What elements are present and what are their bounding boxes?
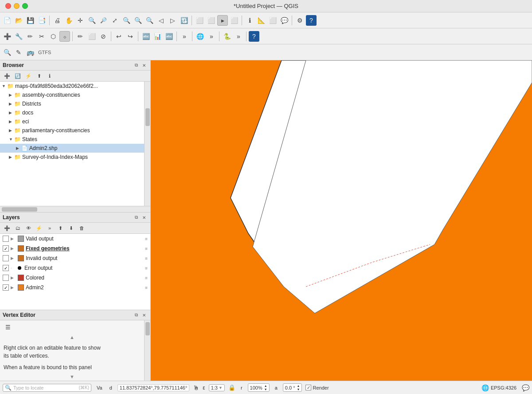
- close-button[interactable]: [5, 3, 11, 9]
- python-icon[interactable]: 🐍: [222, 31, 232, 42]
- rotation-box[interactable]: 0.0 ° ▲ ▼: [283, 383, 302, 392]
- zoom-layer-icon[interactable]: 🔍: [121, 15, 132, 26]
- zoom-out-icon[interactable]: 🔎: [98, 15, 109, 26]
- gtfs-icon[interactable]: 🚌: [25, 47, 35, 58]
- add-layer-icon[interactable]: ➕: [2, 31, 12, 42]
- messages-icon[interactable]: 💬: [522, 384, 529, 391]
- measure-icon[interactable]: 📐: [256, 15, 266, 26]
- open-project-icon[interactable]: 📂: [13, 15, 24, 26]
- layer-item-error[interactable]: ✓ · Error output ≡: [0, 263, 150, 273]
- rot-up-icon[interactable]: ▲: [297, 384, 300, 387]
- zoom-select-icon[interactable]: 🔍: [133, 15, 143, 26]
- layer-up-icon[interactable]: ⬆: [56, 224, 65, 232]
- layers-float-button[interactable]: ⧉: [133, 214, 140, 221]
- layer-check-admin2[interactable]: ✓: [3, 284, 9, 291]
- refresh-icon[interactable]: 🔃: [179, 15, 189, 26]
- help2-icon[interactable]: ?: [249, 31, 259, 42]
- layer-check-valid[interactable]: [3, 236, 9, 242]
- save-edits-icon[interactable]: ⬜: [86, 31, 97, 42]
- map-canvas[interactable]: [151, 60, 532, 381]
- browser-item-survey[interactable]: ▶ 📁 Survey-of-India-Index-Maps: [0, 153, 144, 162]
- layer-down-icon[interactable]: ⬇: [66, 224, 75, 232]
- edit-icon[interactable]: ✏: [25, 31, 35, 42]
- layers-close-button[interactable]: ✕: [141, 214, 148, 221]
- minimize-button[interactable]: [14, 3, 20, 9]
- pin-label-icon[interactable]: 🔤: [164, 31, 174, 42]
- browser-item-districts[interactable]: ▶ 📁 Districts: [0, 99, 144, 108]
- browser-item-parliamentary[interactable]: ▶ 📁 parliamentary-constituencies: [0, 126, 144, 135]
- diagram-icon[interactable]: 📊: [152, 31, 163, 42]
- browser-item-docs[interactable]: ▶ 📁 docs: [0, 108, 144, 117]
- layer-item-colored[interactable]: ▶ Colored ≡: [0, 273, 150, 283]
- layer-item-admin2[interactable]: ✓ ▶ Admin2 ≡: [0, 283, 150, 292]
- browser-scrollbar[interactable]: [144, 82, 150, 206]
- move-icon[interactable]: ✛: [75, 15, 86, 26]
- edit-plugin-icon[interactable]: ✎: [13, 47, 24, 58]
- browser-hscroll[interactable]: [0, 206, 150, 212]
- scale-select[interactable]: 1:3 ▼: [209, 384, 225, 391]
- more2-icon[interactable]: »: [206, 31, 217, 42]
- layer-item-invalid[interactable]: ▶ Invalid output ≡: [0, 253, 150, 263]
- more3-icon[interactable]: »: [233, 31, 244, 42]
- more-icon[interactable]: »: [179, 31, 190, 42]
- browser-float-button[interactable]: ⧉: [133, 62, 140, 69]
- web-icon[interactable]: 🌐: [195, 31, 205, 42]
- layer-check-colored[interactable]: [3, 275, 9, 281]
- save-project-icon[interactable]: 💾: [25, 15, 35, 26]
- select-icon[interactable]: ⬜: [194, 15, 205, 26]
- select-area-icon[interactable]: ⬜: [206, 15, 216, 26]
- vertex-float-button[interactable]: ⧉: [133, 311, 140, 319]
- deselect-icon[interactable]: ⬜: [229, 15, 239, 26]
- vertex-tool-icon[interactable]: ⬦: [59, 31, 70, 42]
- zoom-box[interactable]: 100% ▲ ▼: [248, 383, 270, 392]
- browser-close-button[interactable]: ✕: [141, 62, 148, 69]
- layer-visible-icon[interactable]: 👁: [24, 224, 33, 232]
- identify-icon[interactable]: ℹ: [244, 15, 255, 26]
- layer-check-invalid[interactable]: [3, 255, 9, 261]
- zoom-next-icon[interactable]: ▷: [167, 15, 178, 26]
- map-tips-icon[interactable]: 💬: [279, 15, 289, 26]
- browser-item-states[interactable]: ▼ 📁 States: [0, 135, 144, 144]
- browser-item-admin2shp[interactable]: ▶ 📄 Admin2.shp: [0, 144, 144, 153]
- vertex-close-button[interactable]: ✕: [141, 311, 148, 319]
- zoom-full-icon[interactable]: ⤢: [110, 15, 120, 26]
- pan-select-icon[interactable]: 🔍: [144, 15, 155, 26]
- render-checkbox-container[interactable]: ✓ Render: [305, 385, 329, 390]
- search-box[interactable]: 🔍 Type to locate (⌘K): [3, 384, 91, 392]
- layer-filter-icon[interactable]: ⚡: [35, 224, 43, 232]
- browser-root-item[interactable]: ▼ 📁 maps-0fa9fd850eda3d2062e66f2...: [0, 82, 144, 91]
- layer-check-fixed[interactable]: ✓: [3, 245, 9, 252]
- search-plugin-icon[interactable]: 🔍: [2, 47, 12, 58]
- browser-info-icon[interactable]: ℹ: [45, 71, 54, 80]
- layer-item-valid[interactable]: ▶ Valid output ≡: [0, 234, 150, 244]
- action-icon[interactable]: ⬜: [267, 15, 278, 26]
- lock-icon[interactable]: 🔒: [228, 384, 235, 391]
- layer-check-error[interactable]: ✓: [3, 265, 9, 271]
- layer-more-icon[interactable]: »: [45, 224, 54, 232]
- redo-icon[interactable]: ↪: [125, 31, 136, 42]
- browser-tree[interactable]: ▼ 📁 maps-0fa9fd850eda3d2062e66f2... ▶ 📁 …: [0, 82, 144, 206]
- advanced-edit-icon[interactable]: ⬡: [48, 31, 59, 42]
- save-as-icon[interactable]: 📑: [36, 15, 47, 26]
- browser-item-assembly[interactable]: ▶ 📁 assembly-constituencies: [0, 91, 144, 99]
- browser-filter-icon[interactable]: ⚡: [24, 71, 33, 80]
- layer-add-icon[interactable]: ➕: [3, 224, 12, 232]
- zoom-in-icon[interactable]: 🔍: [86, 15, 97, 26]
- rot-down-icon[interactable]: ▼: [297, 388, 300, 391]
- zoom-up-icon[interactable]: ▲: [264, 384, 267, 387]
- digitize-icon[interactable]: 🔧: [13, 31, 24, 42]
- layer-item-fixed[interactable]: ✓ ▶ Fixed geometries ≡: [0, 244, 150, 253]
- undo-icon[interactable]: ↩: [113, 31, 124, 42]
- browser-collapse-icon[interactable]: ⬆: [35, 71, 43, 80]
- coordinates-field[interactable]: 11.837572824°,79.775711146°: [117, 384, 190, 391]
- browser-add-icon[interactable]: ➕: [3, 71, 12, 80]
- crs-box[interactable]: 🌐 EPSG:4326: [481, 384, 516, 391]
- maximize-button[interactable]: [22, 3, 28, 9]
- edit-layer-icon[interactable]: ✏: [75, 31, 86, 42]
- print-icon[interactable]: 🖨: [52, 15, 63, 26]
- pan-icon[interactable]: ✋: [63, 15, 74, 26]
- zoom-down-icon[interactable]: ▼: [264, 388, 267, 391]
- discard-edits-icon[interactable]: ⊘: [98, 31, 109, 42]
- browser-item-eci[interactable]: ▶ 📁 eci: [0, 117, 144, 126]
- new-project-icon[interactable]: 📄: [2, 15, 12, 26]
